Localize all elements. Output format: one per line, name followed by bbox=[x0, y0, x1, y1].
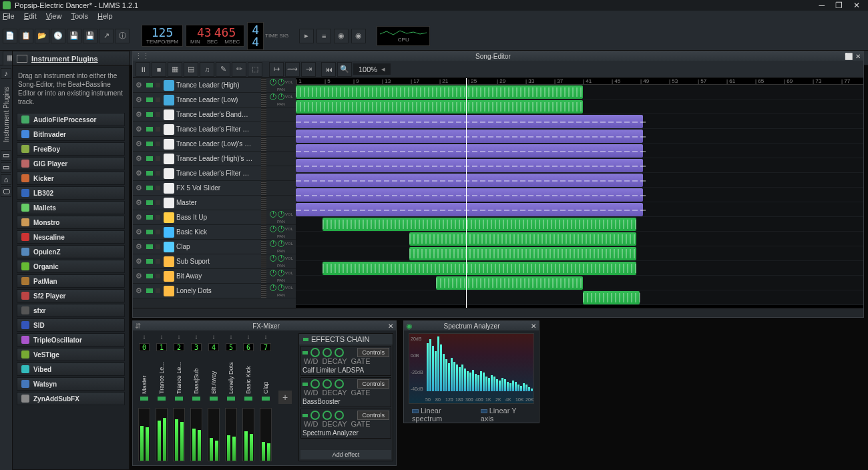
effect-slot[interactable]: Controls W/DDECAYGATE Spectrum Analyzer bbox=[300, 409, 391, 439]
plugin-item[interactable]: GIG Player bbox=[17, 157, 125, 170]
track-gear-icon[interactable]: ⚙ bbox=[133, 81, 145, 89]
gate-knob[interactable] bbox=[335, 411, 344, 420]
track-solo-button[interactable] bbox=[156, 244, 160, 249]
sidetab-presets[interactable]: ▭ bbox=[1, 162, 11, 173]
send-arrow-icon[interactable]: ↓ bbox=[212, 333, 216, 340]
track-solo-button[interactable] bbox=[156, 156, 160, 161]
track-solo-button[interactable] bbox=[156, 200, 160, 205]
sidetab-samples[interactable]: ▭ bbox=[1, 150, 11, 161]
send-arrow-icon[interactable]: ↓ bbox=[160, 333, 164, 340]
vol-knob[interactable] bbox=[270, 211, 276, 218]
track-gear-icon[interactable]: ⚙ bbox=[133, 125, 145, 134]
track-lane[interactable] bbox=[296, 202, 863, 217]
track-grip-icon[interactable] bbox=[261, 196, 266, 210]
track-mute-button[interactable] bbox=[146, 112, 153, 117]
track-header[interactable]: ⚙ Trance Leader (High)'s … bbox=[133, 152, 266, 166]
save-as-button[interactable]: 💾 bbox=[83, 29, 97, 43]
decay-knob[interactable] bbox=[322, 379, 332, 389]
fader[interactable] bbox=[190, 408, 202, 461]
pan-knob[interactable] bbox=[278, 226, 284, 232]
menu-item[interactable]: File bbox=[3, 12, 15, 20]
mixer-channel[interactable]: ↓ 2 Trance Le… bbox=[171, 333, 187, 461]
track-header[interactable]: ⚙ Master bbox=[133, 196, 266, 210]
effect-led[interactable] bbox=[302, 351, 308, 355]
instrument-icon[interactable] bbox=[164, 198, 174, 208]
add-channel-button[interactable]: + bbox=[278, 391, 292, 404]
track-lane[interactable] bbox=[296, 144, 863, 158]
send-arrow-icon[interactable]: ↓ bbox=[247, 333, 250, 340]
mute-led[interactable] bbox=[210, 397, 218, 401]
clip[interactable] bbox=[296, 188, 643, 202]
track-gear-icon[interactable]: ⚙ bbox=[133, 272, 145, 280]
track-header[interactable]: ⚙ Sub Suport bbox=[133, 254, 266, 269]
track-header[interactable]: ⚙ Basic Kick bbox=[133, 225, 266, 240]
effect-led[interactable] bbox=[302, 414, 308, 417]
instrument-icon[interactable] bbox=[164, 227, 174, 238]
save-button[interactable]: 💾 bbox=[67, 29, 81, 43]
track-gear-icon[interactable]: ⚙ bbox=[133, 242, 145, 251]
fader[interactable] bbox=[242, 408, 254, 461]
track-grip-icon[interactable] bbox=[261, 269, 266, 283]
add-bb-button[interactable]: ▤ bbox=[184, 62, 198, 77]
fader[interactable] bbox=[173, 408, 185, 461]
track-mute-button[interactable] bbox=[146, 274, 153, 278]
instrument-icon[interactable] bbox=[164, 95, 174, 105]
vol-knob[interactable] bbox=[270, 284, 276, 291]
stop-button[interactable]: ■ bbox=[152, 62, 166, 77]
plugin-item[interactable]: Nescaline bbox=[17, 230, 125, 244]
track-gear-icon[interactable]: ⚙ bbox=[133, 95, 145, 104]
track-gear-icon[interactable]: ⚙ bbox=[133, 286, 145, 295]
track-gear-icon[interactable]: ⚙ bbox=[133, 198, 145, 207]
sidetab-instruments[interactable]: ♪ bbox=[1, 68, 11, 79]
vol-knob[interactable] bbox=[270, 240, 276, 247]
track-lane[interactable] bbox=[296, 217, 863, 232]
track-mute-button[interactable] bbox=[146, 200, 153, 205]
send-arrow-icon[interactable]: ↓ bbox=[230, 333, 233, 340]
track-solo-button[interactable] bbox=[156, 230, 160, 234]
spec-opt-linear-y[interactable]: Linear Y axis bbox=[481, 407, 531, 423]
minimize-button[interactable]: ─ bbox=[819, 1, 825, 10]
zoom-left[interactable]: ◂ bbox=[381, 65, 385, 73]
wd-knob[interactable] bbox=[310, 379, 320, 389]
sidetab-home[interactable]: ⌂ bbox=[1, 174, 11, 185]
menu-item[interactable]: Help bbox=[97, 12, 113, 20]
clip[interactable] bbox=[583, 291, 640, 304]
plugin-item[interactable]: Kicker bbox=[17, 172, 125, 185]
autoscroll-button[interactable]: ≡ bbox=[316, 29, 331, 43]
decay-knob[interactable] bbox=[322, 411, 332, 420]
track-header[interactable]: ⚙ FX 5 Vol Slider bbox=[133, 181, 266, 196]
clip[interactable] bbox=[409, 232, 636, 246]
track-solo-button[interactable] bbox=[156, 112, 160, 117]
timesig-display[interactable]: 4 4 bbox=[247, 22, 264, 50]
master-vol-knob[interactable]: ◉ bbox=[334, 29, 349, 43]
send-arrow-icon[interactable]: ↓ bbox=[178, 333, 181, 340]
track-solo-button[interactable] bbox=[156, 259, 160, 264]
track-lane[interactable] bbox=[296, 129, 863, 144]
instrument-icon[interactable] bbox=[164, 80, 174, 91]
chain-led-icon[interactable] bbox=[303, 338, 308, 341]
wd-knob[interactable] bbox=[310, 348, 320, 357]
track-grip-icon[interactable] bbox=[261, 254, 266, 268]
plugin-item[interactable]: FreeBoy bbox=[17, 142, 125, 156]
track-solo-button[interactable] bbox=[156, 83, 160, 87]
track-gear-icon[interactable]: ⚙ bbox=[133, 140, 145, 148]
plugin-item[interactable]: AudioFileProcessor bbox=[17, 113, 125, 126]
clip[interactable] bbox=[296, 144, 643, 158]
clip[interactable] bbox=[296, 115, 643, 128]
track-mute-button[interactable] bbox=[146, 230, 153, 234]
mute-led[interactable] bbox=[227, 397, 235, 401]
draw-mode-button[interactable]: ✏ bbox=[232, 62, 246, 77]
track-grip-icon[interactable] bbox=[261, 137, 266, 151]
menu-item[interactable]: View bbox=[46, 12, 62, 20]
controls-button[interactable]: Controls bbox=[357, 411, 389, 420]
close-button[interactable]: ✕ bbox=[853, 1, 860, 10]
mixer-channel[interactable]: ↓ 6 Basic Kick bbox=[240, 333, 256, 461]
fader[interactable] bbox=[156, 408, 168, 461]
plugin-item[interactable]: BitInvader bbox=[17, 128, 125, 141]
track-mute-button[interactable] bbox=[146, 215, 153, 220]
instrument-icon[interactable] bbox=[164, 124, 174, 135]
track-grip-icon[interactable] bbox=[261, 166, 266, 180]
clip[interactable] bbox=[296, 174, 643, 187]
track-header[interactable]: ⚙ Trance Leader's Band… bbox=[133, 107, 266, 122]
track-header[interactable]: ⚙ Clap bbox=[133, 240, 266, 254]
